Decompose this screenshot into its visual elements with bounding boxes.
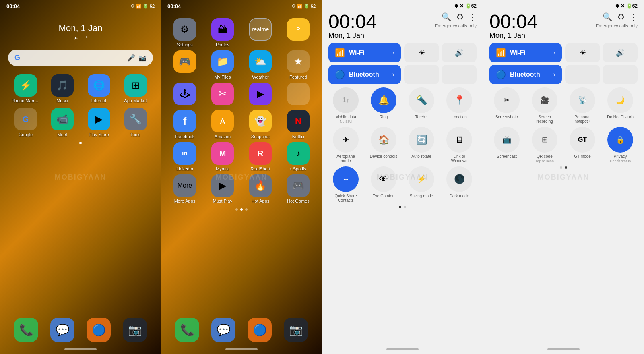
search-bar[interactable]: G 🎤 📷	[8, 50, 153, 66]
quick-share-tile[interactable]: ↔ Quick Share Contacts	[328, 166, 363, 203]
home-screen: Mon, 1 Jan ☀ —° G 🎤 📷 ⚡ Phone Manag... 🎵…	[0, 23, 161, 144]
screencast-tile[interactable]: 📺 Screencast	[489, 127, 524, 163]
link-windows-tile[interactable]: 🖥 Link to Windows	[442, 127, 477, 163]
list-item[interactable]: More More Apps	[167, 174, 202, 203]
more-icon[interactable]: ⋮	[469, 12, 477, 22]
dark-mode-tile[interactable]: 🌑 Dark mode	[442, 166, 477, 203]
home-indicator-2	[225, 348, 258, 350]
search-icons: 🎤 📷	[127, 54, 147, 62]
wifi-tile-2[interactable]: 📶 Wi-Fi ›	[489, 43, 562, 62]
saving-mode-icon: ⚡	[409, 166, 434, 192]
list-item[interactable]: realme	[243, 18, 278, 47]
search-icon[interactable]: 🔍	[442, 12, 452, 22]
torch-tile[interactable]: 🔦 Torch ›	[404, 87, 439, 124]
list-item[interactable]: 🕹	[167, 83, 202, 107]
list-item[interactable]: ⚙ Settings	[167, 18, 202, 47]
aeroplane-tile[interactable]: ✈ Aeroplane mode	[328, 127, 363, 163]
list-item[interactable]: ✂	[205, 83, 240, 107]
settings-icon-2[interactable]: ⚙	[617, 12, 625, 22]
volume-tile[interactable]: 🔊	[442, 43, 477, 62]
list-item[interactable]: 🔥 Hot Apps	[243, 174, 278, 203]
placeholder-tile-2	[442, 65, 477, 84]
dock-messages[interactable]: 💬	[50, 318, 74, 342]
more-icon-2[interactable]: ⋮	[630, 12, 638, 22]
dock-messages-2[interactable]: 💬	[211, 318, 235, 342]
list-item[interactable]: 👻 Snapchat	[243, 110, 278, 139]
google-icon: G	[14, 54, 20, 62]
brightness-tile[interactable]: ☀	[404, 43, 439, 62]
qs-tiles-p2-row1: ✂ Screenshot › 🎥 Screen recording 📡 Pers…	[489, 87, 638, 124]
personal-hotspot-tile[interactable]: 📡 Personal hotspot ›	[565, 87, 600, 124]
device-controls-tile[interactable]: 🏠 Device controls	[366, 127, 401, 163]
eye-comfort-tile[interactable]: 👁 Eye Comfort	[366, 166, 401, 203]
bluetooth-tile-2[interactable]: 🔵 Bluetooth ›	[489, 65, 562, 84]
list-item[interactable]: ★ Featured	[281, 50, 316, 79]
search-input[interactable]	[23, 54, 124, 62]
dock-camera[interactable]: 📷	[123, 318, 147, 342]
list-item[interactable]: ▶ Play Store	[83, 108, 115, 137]
app-label: Amazon	[215, 134, 231, 139]
brightness-tile-2[interactable]: ☀	[565, 43, 600, 62]
link-windows-icon: 🖥	[446, 127, 472, 153]
location-tile[interactable]: 📍 Location	[442, 87, 477, 124]
volume-tile-2[interactable]: 🔊	[603, 43, 638, 62]
list-item[interactable]: ⊞ App Market	[120, 74, 151, 103]
status-bar-1: 00:04 ⚙ 📶 🔋 62	[0, 0, 161, 11]
must-play-icon: ▶	[211, 174, 234, 197]
list-item[interactable]: R	[281, 18, 316, 47]
list-item[interactable]: in LinkedIn	[167, 142, 202, 171]
qs-header-1: 00:04 Mon, 1 Jan 🔍 ⚙ ⋮ Emergency calls o…	[328, 10, 477, 40]
list-item[interactable]: ⚡ Phone Manag...	[10, 74, 41, 103]
list-item[interactable]: 🎮 Hot Games	[281, 174, 316, 203]
list-item[interactable]: ♪ • Spotify	[281, 142, 316, 171]
list-item[interactable]: N Netflix	[281, 110, 316, 139]
list-item[interactable]	[281, 83, 316, 107]
list-item[interactable]: M Myntra	[205, 142, 240, 171]
mobile-data-tile[interactable]: 1↑ Mobile dataNo SIM	[328, 87, 363, 124]
list-item[interactable]: 🎵 Music	[46, 74, 78, 103]
screenshot-tile[interactable]: ✂ Screenshot ›	[489, 87, 524, 124]
brightness-icon-2: ☀	[580, 48, 586, 57]
list-item[interactable]: ▶ Must Play	[205, 174, 240, 203]
auto-rotate-tile[interactable]: 🔄 Auto-rotate	[404, 127, 439, 163]
bluetooth-tile-1[interactable]: 🔵 Bluetooth ›	[328, 65, 401, 84]
search-icon-2[interactable]: 🔍	[603, 12, 613, 22]
list-item[interactable]: ▶	[243, 83, 278, 107]
list-item[interactable]: ⛅ Weather	[243, 50, 278, 79]
list-item[interactable]: 🌐 Internet	[83, 74, 115, 103]
qs-header-2: 00:04 Mon, 1 Jan 🔍 ⚙ ⋮ Emergency calls o…	[489, 10, 638, 40]
app-label: Tools	[130, 132, 141, 137]
app-label: • Spotify	[290, 166, 307, 171]
ring-tile[interactable]: 🔔 Ring	[366, 87, 401, 124]
bluetooth-icon: 🔵	[335, 70, 345, 79]
dock-camera-2[interactable]: 📷	[284, 318, 308, 342]
list-item[interactable]: 🔧 Tools	[120, 108, 151, 137]
list-item[interactable]: 🏔 Photos	[205, 18, 240, 47]
dock-phone-2[interactable]: 📞	[175, 318, 199, 342]
dock-chrome-2[interactable]: 🔵	[248, 318, 272, 342]
reelshort-icon: R	[249, 142, 272, 165]
dock-chrome[interactable]: 🔵	[87, 318, 111, 342]
mic-icon[interactable]: 🎤	[127, 54, 135, 62]
list-item[interactable]: 📁 My Files	[205, 50, 240, 79]
saving-mode-tile[interactable]: ⚡ Saving mode	[404, 166, 439, 203]
privacy-tile[interactable]: 🔒 PrivacyCheck status	[603, 127, 638, 163]
list-item[interactable]: 🎮	[167, 50, 202, 79]
list-item[interactable]: G Google	[10, 108, 41, 137]
qr-code-tile[interactable]: ⊞ QR codeTap to scan	[527, 127, 562, 163]
app-label: Internet	[91, 98, 106, 103]
camera-icon[interactable]: 📷	[138, 54, 147, 62]
list-item[interactable]: R ReelShort	[243, 142, 278, 171]
qs-time-1: 00:04	[328, 12, 377, 31]
dnd-tile[interactable]: 🌙 Do Not Disturb	[603, 87, 638, 124]
qr-code-label: QR codeTap to scan	[535, 154, 554, 163]
gt-mode-tile[interactable]: GT GT mode	[565, 127, 600, 163]
settings-icon[interactable]: ⚙	[456, 12, 464, 22]
list-item[interactable]: 📹 Meet	[46, 108, 78, 137]
list-item[interactable]: f Facebook	[167, 110, 202, 139]
list-item[interactable]: A Amazon	[205, 110, 240, 139]
wifi-tile-1[interactable]: 📶 Wi-Fi ›	[328, 43, 401, 62]
status-icons-2: ⚙ 📶 🔋 62	[292, 4, 316, 9]
screen-recording-tile[interactable]: 🎥 Screen recording	[527, 87, 562, 124]
dock-phone[interactable]: 📞	[14, 318, 38, 342]
